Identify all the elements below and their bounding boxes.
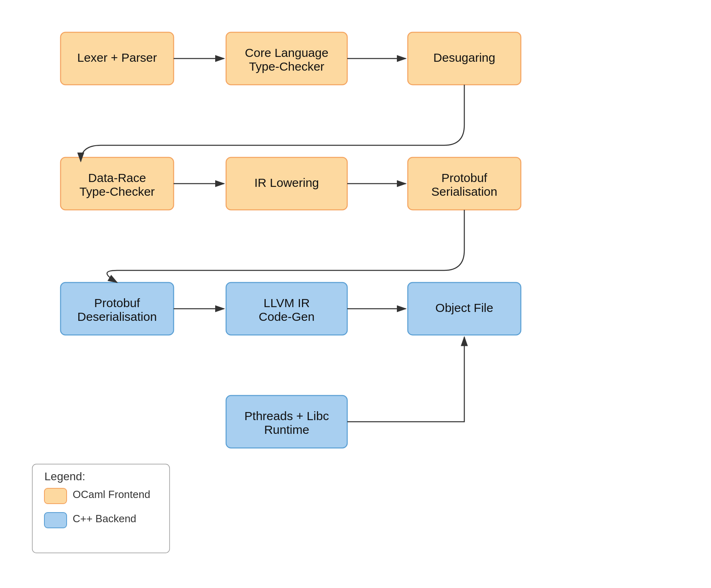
node-ir-lowering-label: IR Lowering [254, 176, 319, 189]
legend-cpp-label: C++ Backend [73, 513, 136, 525]
node-desugaring-label: Desugaring [433, 51, 495, 64]
arrow-desugar-to-datarace [81, 85, 464, 161]
diagram-container: Lexer + Parser Core Language Type-Checke… [0, 0, 711, 588]
node-object-file-label: Object File [435, 301, 493, 314]
node-data-race-label1: Data-Race [88, 171, 146, 184]
legend-title: Legend: [44, 470, 85, 483]
node-data-race-label2: Type-Checker [80, 185, 155, 198]
diagram-svg: Lexer + Parser Core Language Type-Checke… [0, 0, 711, 588]
node-lexer-parser-label: Lexer + Parser [77, 51, 157, 64]
node-protobuf-deserial-label1: Protobuf [94, 296, 140, 310]
node-core-lang-label2: Type-Checker [249, 60, 325, 73]
arrow-pthreads-to-object [347, 337, 464, 422]
legend-ocaml-label: OCaml Frontend [73, 488, 150, 500]
node-protobuf-serial-label1: Protobuf [441, 171, 487, 184]
legend-ocaml-swatch [44, 488, 67, 504]
node-llvm-ir-label2: Code-Gen [259, 310, 315, 323]
node-protobuf-deserial-label2: Deserialisation [78, 310, 157, 323]
node-llvm-ir-label1: LLVM IR [264, 296, 310, 310]
arrow-proto-serial-to-deserial [107, 210, 464, 282]
node-protobuf-serial-label2: Serialisation [431, 185, 497, 198]
node-core-lang-label: Core Language [245, 46, 329, 59]
node-pthreads-label2: Runtime [264, 423, 309, 436]
legend-cpp-swatch [44, 513, 67, 528]
node-pthreads-label1: Pthreads + Libc [244, 409, 329, 423]
